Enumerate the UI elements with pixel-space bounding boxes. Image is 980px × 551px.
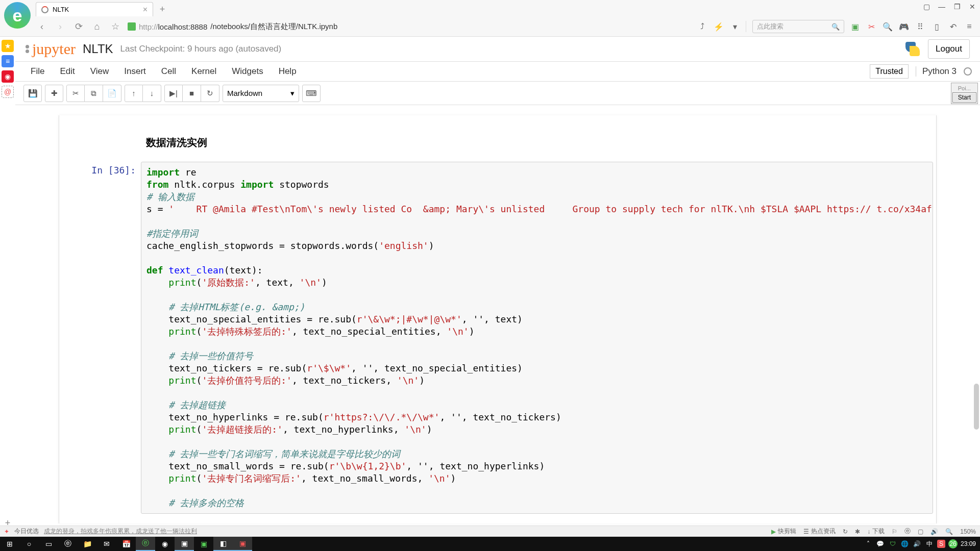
download-icon[interactable]: ↓下载 bbox=[867, 527, 885, 536]
scissors-icon[interactable]: ✂ bbox=[867, 22, 876, 31]
trusted-badge[interactable]: Trusted bbox=[870, 64, 909, 79]
ie-icon[interactable]: ⓔ bbox=[904, 527, 911, 536]
menu-view[interactable]: View bbox=[83, 63, 116, 80]
game-icon[interactable]: 🎮 bbox=[899, 22, 909, 31]
chrome-icon[interactable]: ◉ bbox=[155, 537, 175, 551]
weibo-icon[interactable]: ◉ bbox=[2, 70, 14, 83]
menu-kernel[interactable]: Kernel bbox=[184, 63, 224, 80]
tray-up-icon[interactable]: ˄ bbox=[864, 539, 873, 548]
menu-widgets[interactable]: Widgets bbox=[225, 63, 270, 80]
jupyter-logo[interactable]: jupyter bbox=[26, 40, 76, 58]
menu-file[interactable]: File bbox=[23, 63, 52, 80]
edge-icon[interactable]: ⓔ bbox=[58, 537, 78, 551]
code-cell[interactable]: In [36]: import re from nltk.corpus impo… bbox=[59, 160, 936, 516]
taskview-icon[interactable]: ▭ bbox=[39, 537, 58, 551]
move-up-button[interactable]: ↑ bbox=[125, 85, 143, 102]
markdown-cell[interactable]: 数据清洗实例 bbox=[59, 136, 936, 160]
flash-icon[interactable]: ⚡ bbox=[714, 22, 723, 31]
mobile-icon[interactable]: ▯ bbox=[932, 22, 941, 31]
cut-button[interactable]: ✂ bbox=[66, 85, 85, 102]
speaker-status-icon[interactable]: 🔊 bbox=[930, 528, 938, 535]
zoom-level[interactable]: 150% bbox=[960, 528, 976, 535]
network-tray-icon[interactable]: 🌐 bbox=[900, 539, 910, 548]
explorer-icon[interactable]: 📁 bbox=[78, 537, 97, 551]
save-button[interactable]: 💾 bbox=[23, 85, 42, 102]
news-ticker[interactable]: 成龙的替身，拍戏多年伤痕累累，成龙送了他一辆法拉利 bbox=[44, 527, 197, 536]
today-label[interactable]: 今日优选 bbox=[14, 527, 39, 536]
app-icon-1[interactable]: ▣ bbox=[194, 537, 213, 551]
code-input[interactable]: import re from nltk.corpus import stopwo… bbox=[141, 162, 933, 514]
stop-button[interactable]: ■ bbox=[183, 85, 201, 102]
star-icon[interactable]: ★ bbox=[2, 40, 14, 52]
vertical-scrollbar[interactable] bbox=[973, 105, 980, 534]
app-icon-3[interactable]: ▣ bbox=[233, 537, 252, 551]
notebook-name[interactable]: NLTK bbox=[83, 42, 113, 56]
search-icon[interactable]: 🔍 bbox=[831, 23, 840, 31]
menu-help[interactable]: Help bbox=[272, 63, 304, 80]
ime-tray-icon[interactable]: 中 bbox=[925, 539, 934, 548]
flag-icon[interactable]: ⚐ bbox=[892, 528, 897, 535]
browser-logo-icon[interactable] bbox=[4, 2, 31, 29]
restart-button[interactable]: ↻ bbox=[201, 85, 219, 102]
extension-icon[interactable]: ▣ bbox=[850, 22, 860, 31]
tab-sidebar-icon[interactable]: ▢ bbox=[922, 2, 931, 11]
undo-icon[interactable]: ↶ bbox=[948, 22, 958, 31]
home-button[interactable]: ⌂ bbox=[91, 20, 103, 33]
share-icon[interactable]: ⤴ bbox=[698, 22, 707, 31]
minimize-button[interactable]: — bbox=[937, 2, 946, 11]
move-down-button[interactable]: ↓ bbox=[143, 85, 161, 102]
menu-insert[interactable]: Insert bbox=[117, 63, 153, 80]
zoom-icon[interactable]: 🔍 bbox=[945, 528, 953, 535]
lollipop-icon[interactable]: 🔍 bbox=[883, 22, 892, 31]
hotnews-icon[interactable]: ☰热点资讯 bbox=[803, 527, 836, 536]
address-bar[interactable]: http://localhost:8888/notebooks/自然语言处理/N… bbox=[128, 22, 337, 32]
mail-icon[interactable]: ✉ bbox=[97, 537, 116, 551]
window-icon[interactable]: ▢ bbox=[918, 528, 923, 535]
shield-tray-icon[interactable]: 🛡 bbox=[888, 539, 897, 548]
volume-tray-icon[interactable]: 🔊 bbox=[913, 539, 922, 548]
start-menu-button[interactable]: ⊞ bbox=[0, 537, 19, 551]
apps-icon[interactable]: ⠿ bbox=[916, 22, 925, 31]
copy-button[interactable]: ⧉ bbox=[85, 85, 103, 102]
logout-button[interactable]: Logout bbox=[928, 39, 970, 59]
browser-taskbar-icon[interactable]: ⓔ bbox=[136, 537, 155, 551]
new-tab-button[interactable]: + bbox=[156, 3, 168, 15]
menu-cell[interactable]: Cell bbox=[154, 63, 183, 80]
menu-edit[interactable]: Edit bbox=[53, 63, 82, 80]
quickcut-icon[interactable]: ▶快剪辑 bbox=[771, 527, 796, 536]
close-window-button[interactable]: ✕ bbox=[968, 2, 977, 11]
favorite-button[interactable]: ☆ bbox=[109, 20, 121, 33]
browser-tab[interactable]: NLTK × bbox=[36, 2, 153, 16]
sogou-tray-icon[interactable]: S bbox=[937, 540, 945, 548]
close-tab-icon[interactable]: × bbox=[143, 5, 148, 14]
paste-button[interactable]: 📄 bbox=[103, 85, 121, 102]
at-icon[interactable]: @ bbox=[2, 86, 14, 98]
clock[interactable]: 23:09 bbox=[961, 540, 976, 547]
scrollbar-thumb[interactable] bbox=[974, 384, 979, 430]
date-badge-icon[interactable]: 26 bbox=[948, 539, 958, 548]
python-logo-icon bbox=[903, 40, 922, 58]
doc-icon[interactable]: ≡ bbox=[2, 55, 14, 67]
menu-icon[interactable]: ≡ bbox=[965, 22, 974, 31]
refresh-icon[interactable]: ↻ bbox=[843, 528, 848, 535]
search-taskbar-icon[interactable]: ○ bbox=[19, 537, 39, 551]
calendar-icon[interactable]: 📅 bbox=[116, 537, 136, 551]
back-button[interactable]: ‹ bbox=[36, 20, 48, 33]
code-icon[interactable]: ▣ bbox=[175, 537, 194, 551]
mute-icon[interactable]: ✱ bbox=[855, 528, 860, 535]
checkpoint-status: Last Checkpoint: 9 hours ago (autosaved) bbox=[120, 44, 282, 54]
reload-button[interactable]: ⟳ bbox=[72, 20, 85, 33]
run-button[interactable]: ▶| bbox=[164, 85, 183, 102]
overlay-panel[interactable]: Poi... Start bbox=[951, 83, 978, 104]
start-button[interactable]: Start bbox=[952, 92, 976, 103]
app-icon-2[interactable]: ◧ bbox=[213, 537, 233, 551]
forward-button[interactable]: › bbox=[54, 20, 66, 33]
command-palette-button[interactable]: ⌨ bbox=[302, 85, 321, 102]
kernel-name[interactable]: Python 3 bbox=[916, 66, 957, 77]
dropdown-icon[interactable]: ▾ bbox=[730, 22, 740, 31]
wechat-tray-icon[interactable]: 💬 bbox=[876, 539, 885, 548]
cell-type-select[interactable]: Markdown ▾ bbox=[223, 85, 299, 102]
search-input[interactable]: 点此搜索 🔍 bbox=[752, 20, 844, 33]
maximize-button[interactable]: ❐ bbox=[952, 2, 962, 11]
add-cell-button[interactable]: ✚ bbox=[45, 85, 63, 102]
